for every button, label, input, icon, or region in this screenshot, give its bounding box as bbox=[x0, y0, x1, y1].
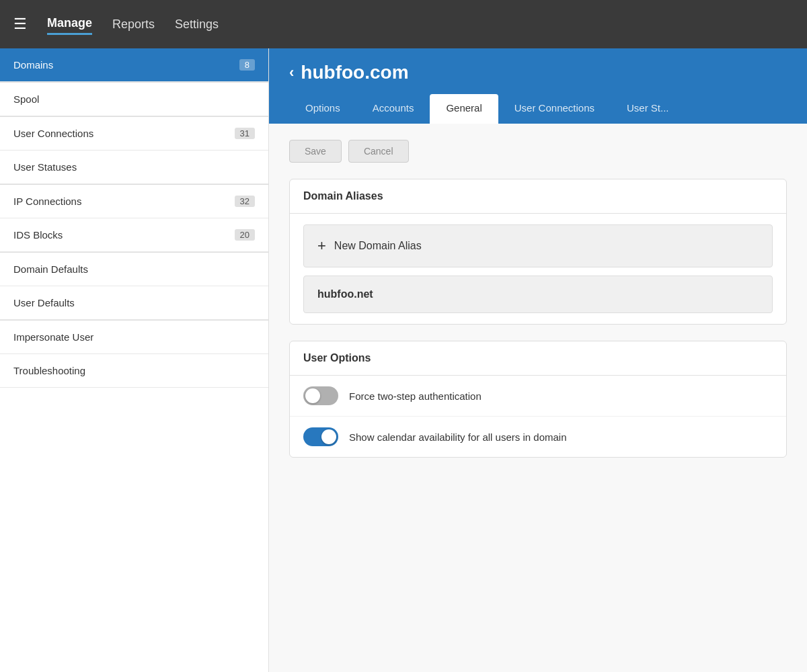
sidebar-item-label: Impersonate User bbox=[13, 331, 93, 343]
domain-name: hubfoo.com bbox=[301, 62, 408, 83]
toggle-calendar[interactable] bbox=[303, 427, 338, 446]
sidebar-badge-domains: 8 bbox=[239, 59, 255, 71]
toggle-two-step[interactable] bbox=[303, 386, 338, 405]
option-calendar: Show calendar availability for all users… bbox=[290, 417, 786, 457]
sidebar-item-label: User Statuses bbox=[13, 161, 77, 173]
user-options-title: User Options bbox=[290, 341, 786, 376]
sidebar-item-label: User Defaults bbox=[13, 297, 75, 308]
main-content: ‹ hubfoo.com Options Accounts General Us… bbox=[269, 48, 807, 672]
tab-options[interactable]: Options bbox=[289, 94, 356, 124]
domain-alias-item[interactable]: hubfoo.net bbox=[303, 276, 773, 313]
sidebar-group-defaults: Domain Defaults User Defaults bbox=[0, 253, 268, 321]
tab-accounts[interactable]: Accounts bbox=[356, 94, 430, 124]
sidebar-item-ip-connections[interactable]: IP Connections 32 bbox=[0, 185, 268, 218]
user-options-card: User Options Force two-step authenticati… bbox=[289, 341, 787, 458]
sidebar-item-label: Domain Defaults bbox=[13, 263, 88, 275]
sidebar-badge-user-connections: 31 bbox=[235, 128, 255, 139]
domain-aliases-title: Domain Aliases bbox=[290, 179, 786, 214]
sidebar-item-impersonate[interactable]: Impersonate User bbox=[0, 321, 268, 354]
sidebar-badge-ids-blocks: 20 bbox=[235, 229, 255, 241]
sidebar-group-user: User Connections 31 User Statuses bbox=[0, 117, 268, 185]
sidebar-item-troubleshooting[interactable]: Troubleshooting bbox=[0, 354, 268, 388]
toggle-track-two-step[interactable] bbox=[303, 386, 338, 405]
sidebar-item-domains[interactable]: Domains 8 bbox=[0, 48, 268, 82]
user-options-body: Force two-step authentication Show calen… bbox=[290, 376, 786, 457]
sidebar-item-domain-defaults[interactable]: Domain Defaults bbox=[0, 253, 268, 286]
main-layout: Domains 8 Spool User Connections 31 User… bbox=[0, 48, 807, 672]
option-two-step: Force two-step authentication bbox=[290, 376, 786, 417]
sidebar-item-label: IP Connections bbox=[13, 196, 81, 207]
toggle-knob-calendar bbox=[321, 429, 336, 444]
domain-header: ‹ hubfoo.com Options Accounts General Us… bbox=[269, 48, 807, 124]
toggle-track-calendar[interactable] bbox=[303, 427, 338, 446]
option-calendar-label: Show calendar availability for all users… bbox=[349, 431, 567, 443]
domain-aliases-body: + New Domain Alias hubfoo.net bbox=[290, 214, 786, 324]
sidebar-group-tools: Impersonate User Troubleshooting bbox=[0, 321, 268, 388]
add-domain-alias-button[interactable]: + New Domain Alias bbox=[303, 224, 773, 267]
sidebar-item-spool[interactable]: Spool bbox=[0, 83, 268, 116]
sidebar-badge-ip-connections: 32 bbox=[235, 196, 255, 207]
domain-aliases-card: Domain Aliases + New Domain Alias hubfoo… bbox=[289, 179, 787, 325]
sidebar-item-label: Spool bbox=[13, 93, 39, 105]
sidebar-group-domains: Domains 8 bbox=[0, 48, 268, 83]
sidebar-item-label: Troubleshooting bbox=[13, 365, 85, 376]
sidebar-item-user-connections[interactable]: User Connections 31 bbox=[0, 117, 268, 151]
sidebar-item-ids-blocks[interactable]: IDS Blocks 20 bbox=[0, 218, 268, 252]
plus-icon: + bbox=[317, 237, 326, 255]
tab-user-connections[interactable]: User Connections bbox=[498, 94, 611, 124]
back-icon[interactable]: ‹ bbox=[289, 64, 294, 81]
save-button[interactable]: Save bbox=[289, 140, 342, 163]
hamburger-icon[interactable]: ☰ bbox=[13, 17, 27, 32]
nav-reports[interactable]: Reports bbox=[112, 15, 155, 34]
top-nav: ☰ Manage Reports Settings bbox=[0, 0, 807, 48]
domain-title: ‹ hubfoo.com bbox=[289, 62, 787, 83]
tab-general[interactable]: General bbox=[430, 94, 498, 124]
sidebar-item-label: User Connections bbox=[13, 128, 93, 139]
sidebar-item-label: Domains bbox=[13, 59, 53, 71]
sidebar-item-user-statuses[interactable]: User Statuses bbox=[0, 151, 268, 184]
content-area: Save Cancel Domain Aliases + New Domain … bbox=[269, 124, 807, 672]
option-two-step-label: Force two-step authentication bbox=[349, 390, 482, 402]
add-alias-label: New Domain Alias bbox=[334, 240, 422, 252]
toggle-knob-two-step bbox=[305, 388, 320, 403]
tab-user-statuses[interactable]: User St... bbox=[611, 94, 685, 124]
sidebar-item-label: IDS Blocks bbox=[13, 229, 63, 241]
sidebar-group-ip: IP Connections 32 IDS Blocks 20 bbox=[0, 185, 268, 253]
nav-manage[interactable]: Manage bbox=[47, 13, 92, 35]
tabs: Options Accounts General User Connection… bbox=[289, 94, 787, 124]
cancel-button[interactable]: Cancel bbox=[348, 140, 409, 163]
sidebar-group-spool: Spool bbox=[0, 83, 268, 117]
sidebar: Domains 8 Spool User Connections 31 User… bbox=[0, 48, 269, 672]
nav-settings[interactable]: Settings bbox=[175, 15, 219, 34]
toolbar: Save Cancel bbox=[289, 140, 787, 163]
sidebar-item-user-defaults[interactable]: User Defaults bbox=[0, 286, 268, 320]
